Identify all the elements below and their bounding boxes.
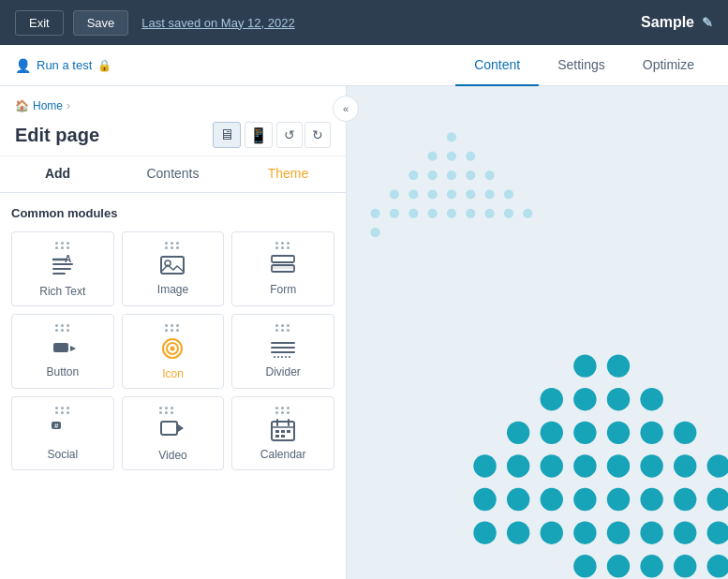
svg-point-73 [573,454,596,477]
home-icon: 🏠 [15,99,29,112]
module-icon[interactable]: Icon [122,314,225,389]
svg-point-98 [707,555,728,577]
module-divider[interactable]: Divider [231,314,334,389]
svg-marker-11 [70,346,76,351]
svg-point-32 [447,132,456,141]
svg-point-56 [523,209,532,218]
module-button[interactable]: Button [11,314,114,389]
svg-point-70 [473,454,496,477]
svg-point-39 [466,171,475,180]
page-title: Sample ✎ [641,14,713,31]
module-video[interactable]: Video [122,396,225,470]
svg-point-78 [473,488,496,511]
svg-point-87 [507,521,529,543]
lock-icon: 🔒 [97,59,111,72]
module-image[interactable]: Image [122,231,225,306]
svg-point-81 [573,488,596,511]
sub-tab-add[interactable]: Add [0,156,115,192]
top-bar: Exit Save Last saved on May 12, 2022 Sam… [0,0,728,45]
svg-point-88 [541,521,563,543]
svg-rect-28 [281,430,285,433]
svg-point-68 [640,422,662,444]
tab-content[interactable]: Content [455,45,539,86]
social-icon: # [50,418,76,442]
svg-point-67 [607,422,630,444]
svg-point-43 [427,189,437,199]
tab-optimize[interactable]: Optimize [624,45,713,86]
svg-point-86 [473,521,496,543]
svg-point-53 [466,209,475,218]
panel-header: 🏠 Home › Edit page 🖥 📱 ↺ ↻ [0,86,346,156]
module-form[interactable]: Form [231,231,334,306]
svg-point-97 [674,555,696,577]
breadcrumb: 🏠 Home › [15,99,331,112]
icon-module-icon [159,335,186,362]
drag-handle [275,407,290,414]
user-icon: 👤 [15,58,31,73]
main-layout: « 🏠 Home › Edit page 🖥 📱 ↺ ↻ [0,86,728,579]
form-label: Form [270,283,296,296]
drag-handle [165,242,180,249]
panel-content: Common modules A [0,193,346,579]
module-calendar[interactable]: Calendar [231,396,334,470]
run-test-button[interactable]: 👤 Run a test 🔒 [15,58,455,73]
svg-point-50 [409,209,418,218]
sub-tab-contents[interactable]: Contents [115,156,230,192]
save-button[interactable]: Save [73,10,129,36]
svg-point-74 [607,454,630,477]
desktop-view-button[interactable]: 🖥 [213,122,241,148]
divider-label: Divider [265,365,300,379]
exit-button[interactable]: Exit [15,10,64,36]
tab-settings[interactable]: Settings [539,45,624,86]
drag-handle [275,242,290,249]
svg-rect-29 [287,430,290,433]
svg-rect-10 [53,343,68,352]
redo-button[interactable]: ↻ [305,122,331,148]
breadcrumb-separator: › [67,99,70,112]
svg-rect-7 [272,256,294,262]
rich-text-icon: A [50,253,76,279]
social-label: Social [47,448,78,461]
svg-point-82 [607,488,630,511]
svg-point-33 [427,152,437,161]
video-icon [159,416,186,440]
svg-point-34 [447,152,456,161]
button-label: Button [46,365,79,379]
drag-handle [165,324,180,332]
svg-rect-21 [161,422,177,435]
module-social[interactable]: # Social [11,396,114,470]
calendar-label: Calendar [260,448,306,461]
last-saved-link[interactable]: Last saved on May 12, 2022 [141,16,631,30]
svg-point-95 [607,555,630,577]
svg-point-49 [390,209,399,218]
undo-button[interactable]: ↺ [276,122,303,148]
svg-point-42 [409,189,418,199]
svg-point-77 [707,454,728,477]
sub-tab-theme[interactable]: Theme [230,156,346,192]
svg-point-54 [485,209,495,218]
svg-rect-9 [272,265,294,269]
svg-point-76 [674,454,696,477]
history-buttons: ↺ ↻ [276,122,331,148]
svg-point-45 [466,189,475,199]
panel-title-row: Edit page 🖥 📱 ↺ ↻ [15,122,331,148]
svg-point-63 [640,388,662,410]
svg-point-52 [447,209,456,218]
svg-point-58 [573,354,596,377]
button-icon [50,335,76,360]
svg-point-51 [427,209,437,218]
mobile-view-button[interactable]: 📱 [245,122,273,148]
svg-point-62 [607,388,630,410]
svg-point-83 [640,488,662,511]
edit-title-icon[interactable]: ✎ [702,15,713,30]
svg-point-92 [674,521,696,543]
svg-point-14 [171,347,175,351]
svg-text:A: A [65,254,71,264]
drag-handle [159,407,186,414]
svg-point-61 [573,388,596,410]
sub-bar: 👤 Run a test 🔒 Content Settings Optimize [0,45,728,86]
image-label: Image [157,283,188,296]
collapse-panel-button[interactable]: « [333,96,359,122]
svg-point-71 [507,454,529,477]
module-rich-text[interactable]: A Rich Text [11,231,114,306]
